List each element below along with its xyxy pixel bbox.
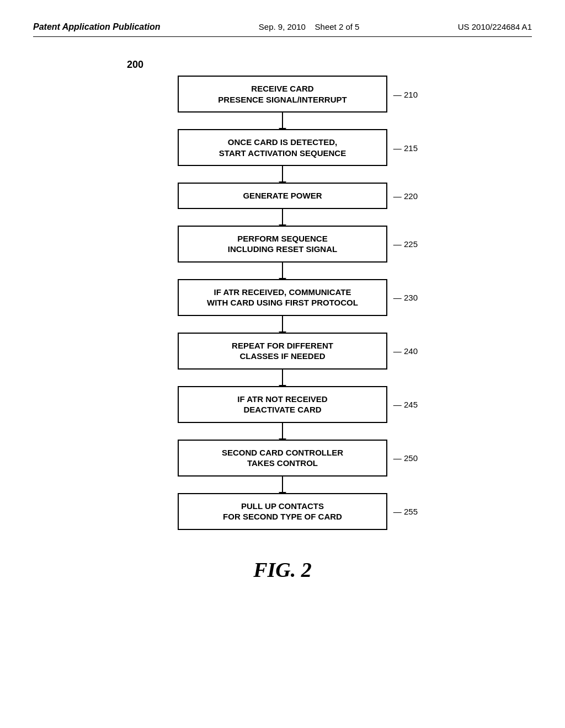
step-box-255: PULL UP CONTACTSFOR SECOND TYPE OF CARD bbox=[178, 493, 387, 530]
flow-step-240: — 240 REPEAT FOR DIFFERENTCLASSES IF NEE… bbox=[178, 333, 387, 370]
flow-step-220: — 220 GENERATE POWER bbox=[178, 183, 387, 209]
flow-step-245: — 245 IF ATR NOT RECEIVEDDEACTIVATE CARD bbox=[178, 386, 387, 423]
step-label-220: — 220 bbox=[393, 191, 418, 200]
page: Patent Application Publication Sep. 9, 2… bbox=[0, 0, 565, 728]
step-label-255: — 255 bbox=[393, 507, 418, 516]
arrow-225-230 bbox=[282, 263, 283, 279]
figure-label: FIG. 2 bbox=[33, 558, 532, 582]
arrow-230-240 bbox=[282, 316, 283, 333]
step-label-215: — 215 bbox=[393, 143, 418, 152]
flow-step-255: — 255 PULL UP CONTACTSFOR SECOND TYPE OF… bbox=[178, 493, 387, 530]
step-box-215: ONCE CARD IS DETECTED,START ACTIVATION S… bbox=[178, 129, 387, 166]
step-label-250: — 250 bbox=[393, 453, 418, 463]
diagram-label: 200 bbox=[127, 59, 143, 71]
arrow-240-245 bbox=[282, 370, 283, 386]
step-label-210: — 210 bbox=[393, 89, 418, 99]
arrow-215-220 bbox=[282, 166, 283, 183]
sheet-info: Sheet 2 of 5 bbox=[315, 22, 360, 31]
arrow-220-225 bbox=[282, 209, 283, 226]
step-label-245: — 245 bbox=[393, 400, 418, 409]
publication-date-sheet: Sep. 9, 2010 Sheet 2 of 5 bbox=[259, 22, 360, 31]
step-box-210: RECEIVE CARDPRESENCE SIGNAL/INTERRUPT bbox=[178, 76, 387, 113]
step-box-230: IF ATR RECEIVED, COMMUNICATEWITH CARD US… bbox=[178, 279, 387, 316]
patent-number: US 2010/224684 A1 bbox=[458, 22, 532, 31]
flow-step-210: — 210 RECEIVE CARDPRESENCE SIGNAL/INTERR… bbox=[178, 76, 387, 113]
step-label-225: — 225 bbox=[393, 239, 418, 249]
flow-step-215: — 215 ONCE CARD IS DETECTED,START ACTIVA… bbox=[178, 129, 387, 166]
flow-diagram: 200 — 210 RECEIVE CARDPRESENCE SIGNAL/IN… bbox=[33, 59, 532, 530]
publication-date: Sep. 9, 2010 bbox=[259, 22, 306, 31]
arrow-210-215 bbox=[282, 113, 283, 129]
step-box-245: IF ATR NOT RECEIVEDDEACTIVATE CARD bbox=[178, 386, 387, 423]
page-header: Patent Application Publication Sep. 9, 2… bbox=[33, 22, 532, 37]
step-label-230: — 230 bbox=[393, 293, 418, 302]
publication-title: Patent Application Publication bbox=[33, 22, 161, 32]
arrow-245-250 bbox=[282, 423, 283, 440]
step-box-240: REPEAT FOR DIFFERENTCLASSES IF NEEDED bbox=[178, 333, 387, 370]
flow-step-250: — 250 SECOND CARD CONTROLLERTAKES CONTRO… bbox=[178, 440, 387, 477]
step-box-220: GENERATE POWER bbox=[178, 183, 387, 209]
flow-step-225: — 225 PERFORM SEQUENCEINCLUDING RESET SI… bbox=[178, 226, 387, 263]
flow-step-230: — 230 IF ATR RECEIVED, COMMUNICATEWITH C… bbox=[178, 279, 387, 316]
flow-wrapper: — 210 RECEIVE CARDPRESENCE SIGNAL/INTERR… bbox=[178, 76, 387, 530]
arrow-250-255 bbox=[282, 477, 283, 493]
step-label-240: — 240 bbox=[393, 346, 418, 356]
step-box-250: SECOND CARD CONTROLLERTAKES CONTROL bbox=[178, 440, 387, 477]
step-box-225: PERFORM SEQUENCEINCLUDING RESET SIGNAL bbox=[178, 226, 387, 263]
